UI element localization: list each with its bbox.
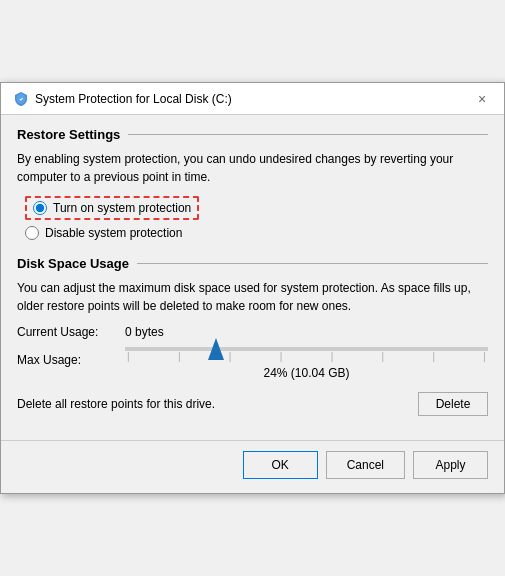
radio-group: Turn on system protection Disable system… bbox=[25, 196, 488, 240]
tick-5: | bbox=[331, 351, 334, 362]
tick-4: | bbox=[280, 351, 283, 362]
dialog-title: System Protection for Local Disk (C:) bbox=[35, 92, 232, 106]
disk-space-divider: Disk Space Usage bbox=[17, 256, 488, 271]
system-protection-dialog: System Protection for Local Disk (C:) × … bbox=[0, 82, 505, 494]
close-button[interactable]: × bbox=[472, 89, 492, 109]
current-usage-row: Current Usage: 0 bytes bbox=[17, 325, 488, 339]
ok-button[interactable]: OK bbox=[243, 451, 318, 479]
tick-end: | bbox=[483, 351, 486, 362]
delete-button[interactable]: Delete bbox=[418, 392, 488, 416]
slider-tick-row: | | | | | | | | bbox=[125, 351, 488, 362]
tick-2: | bbox=[178, 351, 181, 362]
delete-row: Delete all restore points for this drive… bbox=[17, 388, 488, 416]
turn-on-label: Turn on system protection bbox=[53, 201, 191, 215]
max-usage-label: Max Usage: bbox=[17, 353, 117, 367]
slider-percent-label: 24% (10.04 GB) bbox=[125, 366, 488, 380]
turn-on-radio[interactable] bbox=[33, 201, 47, 215]
slider-container: | | | | | | | | 24% (10.04 GB) bbox=[125, 347, 488, 380]
tick-7: | bbox=[432, 351, 435, 362]
disk-space-label: Disk Space Usage bbox=[17, 256, 129, 271]
cancel-button[interactable]: Cancel bbox=[326, 451, 405, 479]
disable-protection-option[interactable]: Disable system protection bbox=[25, 226, 488, 240]
tick-3: | bbox=[229, 351, 232, 362]
tick-6: | bbox=[382, 351, 385, 362]
restore-settings-section: Restore Settings By enabling system prot… bbox=[17, 127, 488, 240]
restore-settings-label: Restore Settings bbox=[17, 127, 120, 142]
disable-label: Disable system protection bbox=[45, 226, 182, 240]
turn-on-protection-option[interactable]: Turn on system protection bbox=[25, 196, 488, 220]
max-usage-row: Max Usage: | | | | | | | | 2 bbox=[17, 347, 488, 380]
button-row: OK Cancel Apply bbox=[1, 440, 504, 493]
restore-settings-divider: Restore Settings bbox=[17, 127, 488, 142]
title-bar: System Protection for Local Disk (C:) × bbox=[1, 83, 504, 115]
apply-button[interactable]: Apply bbox=[413, 451, 488, 479]
title-bar-left: System Protection for Local Disk (C:) bbox=[13, 91, 232, 107]
selected-radio-box: Turn on system protection bbox=[25, 196, 199, 220]
current-usage-label: Current Usage: bbox=[17, 325, 117, 339]
delete-description: Delete all restore points for this drive… bbox=[17, 397, 215, 411]
restore-settings-description: By enabling system protection, you can u… bbox=[17, 150, 488, 186]
current-usage-value: 0 bytes bbox=[125, 325, 164, 339]
shield-icon bbox=[13, 91, 29, 107]
disk-space-section: Disk Space Usage You can adjust the maxi… bbox=[17, 256, 488, 416]
tick-start: | bbox=[127, 351, 130, 362]
dialog-content: Restore Settings By enabling system prot… bbox=[1, 115, 504, 440]
disable-radio[interactable] bbox=[25, 226, 39, 240]
disk-space-description: You can adjust the maximum disk space us… bbox=[17, 279, 488, 315]
